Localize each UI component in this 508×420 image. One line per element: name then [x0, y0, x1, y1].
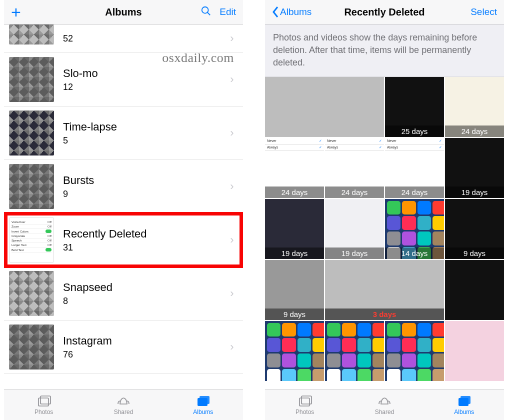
days-remaining-label: 14 days	[385, 248, 444, 259]
album-info: Time-lapse5	[54, 120, 227, 146]
album-row[interactable]: Snapseed8›	[4, 267, 243, 320]
recently-deleted-title: Recently Deleted	[317, 6, 452, 18]
svg-rect-9	[460, 396, 470, 404]
days-remaining-label: 24 days	[325, 186, 384, 198]
days-remaining-label: 9 days	[265, 308, 324, 320]
tab-label: Albums	[193, 408, 213, 416]
photo-cell[interactable]	[325, 321, 384, 381]
photo-cell[interactable]	[445, 321, 504, 381]
album-row[interactable]: Bursts9›	[4, 160, 243, 214]
tab-albums[interactable]: Albums	[424, 394, 504, 416]
albums-title: Albums	[56, 6, 191, 18]
album-row[interactable]: VoiceOverOffZoomOffInvert ColorsGrayscal…	[4, 214, 243, 267]
photos-icon	[298, 394, 312, 408]
album-count: 76	[63, 348, 227, 360]
back-label: Albums	[280, 6, 312, 18]
photo-cell[interactable]: Never✓Always✓24 days	[325, 138, 384, 198]
album-thumbnail	[9, 271, 54, 316]
album-name: Instagram	[63, 334, 227, 348]
photos-icon	[36, 394, 52, 408]
photo-grid[interactable]: 25 days24 daysNever✓Always✓24 daysNever✓…	[265, 77, 504, 390]
album-info: Instagram76	[54, 334, 227, 360]
svg-rect-5	[200, 396, 210, 404]
deletion-info-text: Photos and videos show the days remainin…	[265, 24, 504, 77]
svg-rect-2	[38, 398, 48, 406]
photo-cell[interactable]: 25 days	[385, 77, 444, 137]
tab-albums[interactable]: Albums	[164, 394, 242, 416]
album-thumbnail	[9, 110, 54, 156]
shared-icon	[116, 394, 131, 408]
album-thumbnail	[9, 164, 54, 209]
days-remaining-label: 19 days	[325, 248, 384, 259]
album-row[interactable]: 52›	[4, 24, 243, 53]
svg-rect-3	[40, 396, 50, 404]
album-count: 52	[63, 32, 227, 44]
tab-label: Albums	[454, 408, 474, 416]
recently-deleted-body: Photos and videos show the days remainin…	[265, 24, 504, 390]
recently-deleted-header: Albums Recently Deleted Select	[265, 0, 504, 24]
photo-cell[interactable]: 9 days	[265, 260, 324, 320]
photo-cell[interactable]	[265, 77, 384, 137]
albums-list[interactable]: osxdaily.com 52›Slo-mo12›Time-lapse5›Bur…	[4, 24, 243, 390]
album-info: 52	[54, 32, 227, 44]
svg-line-1	[208, 12, 210, 15]
photo-cell[interactable]	[265, 321, 324, 381]
chevron-right-icon: ›	[227, 73, 243, 86]
select-button[interactable]: Select	[470, 6, 497, 18]
tab-label: Shared	[375, 408, 394, 416]
tab-shared[interactable]: Shared	[345, 394, 424, 416]
chevron-right-icon: ›	[227, 32, 243, 45]
photo-cell[interactable]: Never✓Always✓24 days	[265, 138, 324, 198]
photo-cell[interactable]: 9 days	[445, 199, 504, 259]
chevron-right-icon: ›	[227, 287, 243, 300]
tab-bar: PhotosSharedAlbums	[4, 390, 243, 420]
album-thumbnail	[9, 24, 54, 44]
days-remaining-label: 24 days	[385, 186, 444, 198]
album-row[interactable]: Instagram76›	[4, 320, 243, 374]
photo-cell[interactable]	[445, 260, 504, 320]
tab-photos[interactable]: Photos	[4, 394, 84, 416]
album-count: 5	[63, 134, 227, 146]
search-icon[interactable]	[200, 6, 212, 19]
tab-shared[interactable]: Shared	[84, 394, 163, 416]
photo-cell[interactable]: 19 days	[265, 199, 324, 259]
photo-cell[interactable]: 19 days	[445, 138, 504, 198]
days-remaining-label: 25 days	[385, 126, 444, 137]
photo-cell[interactable]: 19 days	[325, 199, 384, 259]
tab-photos[interactable]: Photos	[266, 394, 344, 416]
album-info: Slo-mo12	[54, 66, 227, 93]
album-count: 9	[63, 188, 227, 200]
album-info: Recently Deleted31	[54, 226, 227, 254]
albums-icon	[456, 394, 472, 408]
tab-label: Photos	[296, 408, 314, 416]
svg-point-0	[202, 6, 208, 13]
photo-cell[interactable]: Never✓Always✓24 days	[385, 138, 444, 198]
chevron-right-icon: ›	[227, 126, 243, 140]
chevron-right-icon: ›	[227, 180, 243, 193]
album-row[interactable]: Time-lapse5›	[4, 106, 243, 160]
photo-cell[interactable]: 14 days	[385, 199, 444, 259]
album-name: Time-lapse	[63, 120, 227, 134]
album-count: 8	[63, 295, 227, 307]
album-thumbnail: VoiceOverOffZoomOffInvert ColorsGrayscal…	[9, 218, 54, 262]
photo-cell[interactable]: 3 days	[325, 260, 444, 320]
album-name: Bursts	[63, 173, 227, 188]
album-name: Recently Deleted	[63, 226, 227, 242]
album-info: Snapseed8	[54, 280, 227, 307]
svg-rect-6	[300, 398, 310, 406]
album-row[interactable]: Slo-mo12›	[4, 53, 243, 106]
shared-icon	[377, 394, 392, 408]
add-album-button[interactable]: +	[11, 7, 21, 17]
albums-icon	[196, 394, 210, 408]
tab-label: Shared	[114, 408, 134, 416]
photo-cell[interactable]: 24 days	[445, 77, 504, 137]
edit-button[interactable]: Edit	[220, 6, 236, 18]
chevron-right-icon: ›	[227, 234, 243, 246]
days-remaining-label: 19 days	[445, 186, 504, 198]
left-screenshot: + Albums Edit osxdaily.com 52›Slo-mo12›T…	[4, 0, 243, 420]
album-count: 12	[63, 81, 227, 93]
back-button[interactable]: Albums	[272, 6, 317, 18]
days-remaining-label: 9 days	[445, 248, 504, 259]
photo-cell[interactable]	[385, 321, 444, 381]
tab-bar: PhotosSharedAlbums	[265, 390, 504, 420]
